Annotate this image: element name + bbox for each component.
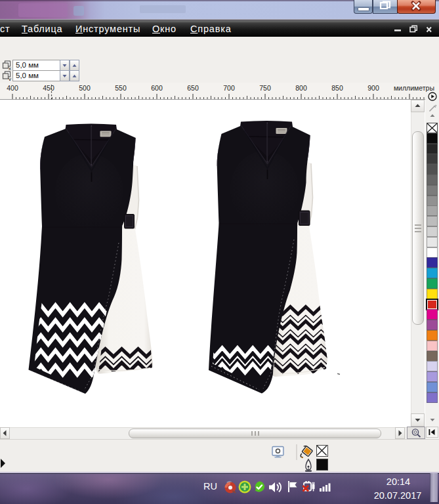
svg-text:миллиметры: миллиметры: [394, 84, 434, 92]
svg-text:750: 750: [259, 84, 271, 92]
svg-text:x: x: [9, 66, 11, 71]
svg-text:650: 650: [187, 84, 199, 92]
svg-text:y: y: [9, 76, 11, 81]
svg-text:700: 700: [223, 84, 235, 92]
svg-text:500: 500: [79, 84, 91, 92]
svg-text:400: 400: [7, 84, 18, 92]
svg-text:600: 600: [151, 84, 163, 92]
svg-text:850: 850: [331, 84, 343, 92]
svg-text:450: 450: [43, 84, 54, 92]
svg-text:800: 800: [295, 84, 307, 92]
svg-text:550: 550: [115, 84, 127, 92]
svg-text:900: 900: [367, 84, 379, 92]
